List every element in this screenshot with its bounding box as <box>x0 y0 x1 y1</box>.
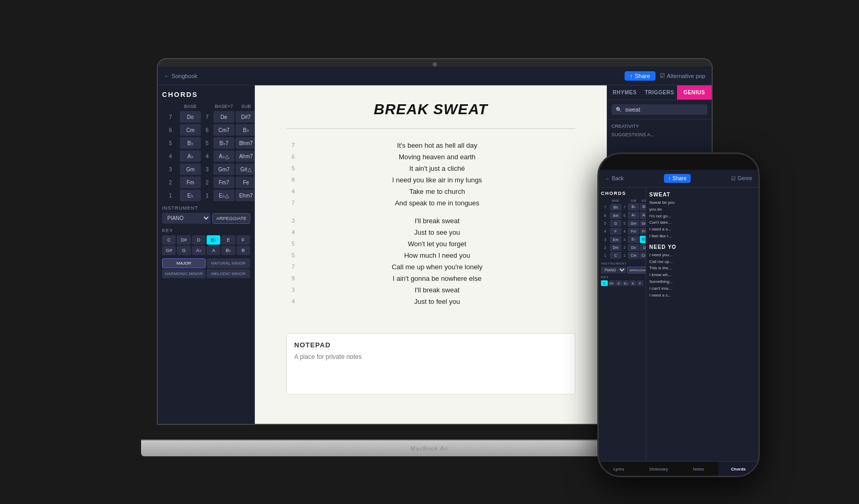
phone-chord-ab[interactable]: A♭ <box>628 212 639 219</box>
chord-ghd[interactable]: G#△ <box>235 163 255 175</box>
key-e[interactable]: E <box>221 235 235 245</box>
laptop-camera <box>433 62 437 67</box>
phone-chord-em[interactable]: Em <box>610 236 621 243</box>
chord-eb[interactable]: E♭ <box>180 190 201 201</box>
laptop-frame: ← Songbook ↑ Share ☑ Alternative pop <box>141 58 718 456</box>
instrument-select[interactable]: PIANO <box>162 213 210 224</box>
phone-bottom-nav: Lyrics Dictionary Notes Chords <box>599 461 758 476</box>
chord-ehm7[interactable]: Ehm7 <box>235 190 255 201</box>
scale-harmonic-minor[interactable]: HARMONIC MINOR <box>162 269 206 278</box>
phone-chord-gm[interactable]: Gm <box>628 220 639 227</box>
phone-nav-chords[interactable]: Chords <box>718 462 758 476</box>
chord-gm[interactable]: Gm <box>180 163 201 175</box>
phone-share-icon: ↑ <box>668 176 671 181</box>
phone-chord-gm7[interactable]: Gm7 <box>640 220 646 227</box>
key-b[interactable]: B <box>237 246 250 255</box>
key-ds[interactable]: D# <box>177 235 190 245</box>
chord-gm7[interactable]: Gm7 <box>213 163 234 175</box>
chord-do[interactable]: Do <box>180 111 201 123</box>
phone-key-grid: C D# D E♭ E F <box>601 280 643 286</box>
phone-chord-dm[interactable]: Dm <box>610 244 621 251</box>
scale-major[interactable]: MAJOR <box>162 258 206 268</box>
phone-chord-f[interactable]: F <box>610 228 621 235</box>
key-bb[interactable]: B♭ <box>221 246 235 255</box>
phone-chord-do[interactable]: Do <box>628 244 639 251</box>
search-input[interactable] <box>625 106 703 113</box>
phone-chord-cm7[interactable]: Cm7 <box>640 252 646 259</box>
phone-chord-am[interactable]: Am <box>610 212 621 219</box>
phone-key-d[interactable]: D <box>615 280 622 286</box>
chord-ebd[interactable]: E♭△ <box>213 190 234 201</box>
tab-triggers[interactable]: TRIGGERS <box>642 85 677 100</box>
phone-genre-tag: ☑ Genre <box>731 176 752 181</box>
key-gs[interactable]: G# <box>162 246 176 255</box>
phone-chord-abd[interactable]: A♭△ <box>640 212 646 219</box>
chord-bb-base[interactable]: B♭ <box>180 137 201 149</box>
phone-chord-row: 2 Dm 2 Do De <box>601 244 643 251</box>
chord-d7[interactable]: D#7 <box>235 111 255 123</box>
key-eb[interactable]: E♭ <box>207 235 220 245</box>
chord-fm[interactable]: Fm <box>180 177 201 188</box>
phone-chord-bb7[interactable]: B♭7 <box>640 203 646 211</box>
phone-section-sweat: SWEAT <box>649 192 755 198</box>
phone-instrument-label: INSTRUMENT <box>601 262 643 265</box>
phone-checkbox-icon: ☑ <box>731 176 736 181</box>
key-g[interactable]: G <box>177 246 190 255</box>
phone-share-button[interactable]: ↑ Share <box>664 174 691 183</box>
chord-de[interactable]: De <box>213 111 234 123</box>
phone-chord-de[interactable]: De <box>640 244 646 251</box>
phone-nav-lyrics[interactable]: Lyrics <box>599 462 639 476</box>
phone-nav-dictionary[interactable]: Dictionary <box>639 462 679 476</box>
phone-key-c[interactable]: C <box>601 280 608 286</box>
key-d[interactable]: D <box>192 235 206 245</box>
phone-chord-eb[interactable]: E♭ <box>628 236 639 243</box>
chord-bb[interactable]: B♭ <box>235 124 255 136</box>
phone-key-section: KEY C D# D E♭ E F <box>601 276 643 286</box>
key-f[interactable]: F <box>237 235 250 245</box>
chord-fe[interactable]: Fe <box>235 177 255 188</box>
notepad-section: NOTEPAD <box>286 333 575 395</box>
key-ab[interactable]: A♭ <box>192 246 206 255</box>
phone-chord-c[interactable]: C <box>610 252 621 259</box>
chord-bb7[interactable]: B♭7 <box>213 137 234 149</box>
scale-natural-minor[interactable]: NATURAL MINOR <box>207 258 250 268</box>
chord-cm7[interactable]: Cm7 <box>213 124 234 136</box>
phone-chord-bo[interactable]: Bo <box>610 204 621 211</box>
chord-column-headers: BASE BASE+7 SUB <box>162 104 250 109</box>
phone-back-link[interactable]: ← Back <box>605 176 624 181</box>
chord-cm[interactable]: Cm <box>180 124 201 136</box>
phone-chord-ebd[interactable]: E♭△ <box>640 236 646 243</box>
phone-lyrics-line: you do <box>649 206 755 213</box>
phone-key-f[interactable]: F <box>637 280 643 286</box>
phone-arpeggiate-button[interactable]: ARPEGGIATE <box>627 267 646 273</box>
scale-melodic-minor[interactable]: MELODIC MINOR <box>207 269 250 278</box>
key-a[interactable]: A <box>207 246 220 255</box>
phone-chord-cm[interactable]: Cm <box>628 252 639 259</box>
phone-notch-bar <box>599 154 758 170</box>
chord-abd[interactable]: A♭△ <box>213 150 234 162</box>
phone-chord-bb[interactable]: B♭ <box>628 203 639 211</box>
phone-chord-fm7[interactable]: Fm7 <box>640 228 646 235</box>
key-c[interactable]: C <box>162 235 176 245</box>
phone-nav-notes[interactable]: Notes <box>679 462 718 476</box>
laptop-brand: MacBook Air <box>411 445 449 452</box>
chord-ab[interactable]: A♭ <box>180 150 201 162</box>
chorus: 3 I'll break sweat 4 Just to see you 5 W… <box>286 215 575 307</box>
phone-chord-row: 4 F 4 Fm Fm7 <box>601 228 643 235</box>
phone-chord-fm[interactable]: Fm <box>628 228 639 235</box>
phone-key-eb[interactable]: E♭ <box>622 280 629 286</box>
tab-rhymes[interactable]: RHYMES <box>607 85 642 100</box>
phone-chord-g[interactable]: G <box>610 220 621 227</box>
phone-lyrics-line: This is the... <box>649 265 755 272</box>
phone-instrument-select[interactable]: PIANO <box>601 267 626 273</box>
chord-ahm7[interactable]: Ahm7 <box>235 150 255 162</box>
tab-genius[interactable]: GENIUS <box>677 85 712 100</box>
share-button[interactable]: ↑ Share <box>625 71 656 81</box>
phone-key-ds[interactable]: D# <box>608 280 615 286</box>
notepad-textarea[interactable] <box>294 353 567 385</box>
phone-key-e[interactable]: E <box>630 280 637 286</box>
arpeggiate-button[interactable]: ARPEGGIATE <box>212 213 250 224</box>
chord-bhm7[interactable]: Bhm7 <box>235 137 255 149</box>
chord-fm7[interactable]: Fm7 <box>213 177 234 188</box>
back-link[interactable]: ← Songbook <box>164 73 198 79</box>
